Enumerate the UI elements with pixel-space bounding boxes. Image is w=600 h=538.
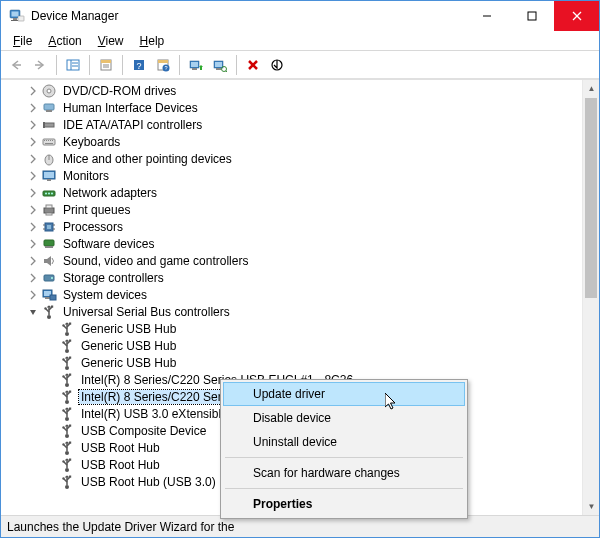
menu-action[interactable]: Action: [40, 32, 89, 50]
usb-icon: [59, 338, 75, 354]
tree-node-label: IDE ATA/ATAPI controllers: [61, 118, 204, 132]
scrollbar-thumb[interactable]: [585, 98, 597, 298]
svg-rect-30: [216, 68, 221, 70]
svg-point-99: [65, 417, 69, 421]
menubar: File Action View Help: [1, 31, 599, 51]
svg-rect-27: [192, 68, 197, 70]
tree-node[interactable]: Monitors: [1, 167, 599, 184]
chevron-right-icon[interactable]: [27, 136, 39, 148]
svg-rect-86: [69, 339, 71, 341]
show-hide-console-tree-button[interactable]: [62, 54, 84, 76]
chevron-right-icon[interactable]: [27, 85, 39, 97]
svg-rect-26: [191, 62, 198, 67]
svg-line-32: [226, 70, 227, 71]
expander-placeholder: [45, 425, 57, 437]
svg-point-87: [65, 366, 69, 370]
svg-rect-102: [69, 407, 71, 409]
svg-point-37: [47, 89, 51, 93]
context-scan-hardware[interactable]: Scan for hardware changes: [223, 461, 465, 485]
chevron-right-icon[interactable]: [27, 153, 39, 165]
context-update-driver[interactable]: Update driver: [223, 382, 465, 406]
svg-point-109: [62, 443, 64, 445]
tree-node-label: Intel(R) 8 Series/C220 Serie: [79, 390, 233, 404]
menu-file[interactable]: File: [5, 32, 40, 50]
chevron-right-icon[interactable]: [27, 289, 39, 301]
tree-node[interactable]: Keyboards: [1, 133, 599, 150]
svg-rect-44: [46, 140, 47, 141]
vertical-scrollbar[interactable]: ▲ ▼: [582, 80, 599, 515]
svg-rect-59: [46, 205, 52, 208]
tree-node-label: Generic USB Hub: [79, 322, 178, 336]
tree-node-label: Human Interface Devices: [61, 101, 200, 115]
maximize-button[interactable]: [509, 1, 554, 31]
svg-rect-6: [528, 12, 536, 20]
tree-node[interactable]: IDE ATA/ATAPI controllers: [1, 116, 599, 133]
tree-node[interactable]: Processors: [1, 218, 599, 235]
tree-node[interactable]: Print queues: [1, 201, 599, 218]
chevron-down-icon[interactable]: [27, 306, 39, 318]
back-button[interactable]: [5, 54, 27, 76]
forward-button[interactable]: [29, 54, 51, 76]
tree-node-label: USB Root Hub: [79, 458, 162, 472]
tree-node[interactable]: Universal Serial Bus controllers: [1, 303, 599, 320]
svg-point-101: [62, 409, 64, 411]
update-driver-toolbar-button[interactable]: [185, 54, 207, 76]
toolbar: ? ?: [1, 51, 599, 79]
usb-icon: [59, 440, 75, 456]
svg-rect-48: [45, 143, 53, 144]
scroll-up-button[interactable]: ▲: [583, 80, 599, 97]
tree-node[interactable]: Generic USB Hub: [1, 354, 599, 371]
chevron-right-icon[interactable]: [27, 238, 39, 250]
chevron-right-icon[interactable]: [27, 221, 39, 233]
scroll-down-button[interactable]: ▼: [583, 498, 599, 515]
chevron-right-icon[interactable]: [27, 204, 39, 216]
help-button[interactable]: ?: [128, 54, 150, 76]
close-button[interactable]: [554, 1, 599, 31]
svg-rect-45: [48, 140, 49, 141]
expander-placeholder: [45, 357, 57, 369]
svg-point-56: [48, 192, 50, 194]
tree-node-label: DVD/CD-ROM drives: [61, 84, 178, 98]
svg-point-57: [51, 192, 53, 194]
svg-rect-110: [69, 441, 71, 443]
svg-rect-94: [69, 373, 71, 375]
chevron-right-icon[interactable]: [27, 255, 39, 267]
tree-node[interactable]: DVD/CD-ROM drives: [1, 82, 599, 99]
tree-node[interactable]: Network adapters: [1, 184, 599, 201]
svg-point-81: [62, 324, 64, 326]
tree-node[interactable]: Mice and other pointing devices: [1, 150, 599, 167]
disable-toolbar-button[interactable]: [266, 54, 288, 76]
minimize-button[interactable]: [464, 1, 509, 31]
tree-node-label: Mice and other pointing devices: [61, 152, 234, 166]
svg-point-83: [65, 349, 69, 353]
scan-hardware-button[interactable]: [209, 54, 231, 76]
tree-node[interactable]: Generic USB Hub: [1, 320, 599, 337]
context-disable-device[interactable]: Disable device: [223, 406, 465, 430]
properties-button[interactable]: [95, 54, 117, 76]
chevron-right-icon[interactable]: [27, 272, 39, 284]
context-properties[interactable]: Properties: [223, 492, 465, 516]
svg-text:?: ?: [164, 65, 167, 71]
tree-node-label: Network adapters: [61, 186, 159, 200]
svg-point-103: [65, 434, 69, 438]
action-help-button[interactable]: ?: [152, 54, 174, 76]
menu-help[interactable]: Help: [132, 32, 173, 50]
tree-node[interactable]: Software devices: [1, 235, 599, 252]
svg-point-70: [51, 277, 53, 279]
context-uninstall-device[interactable]: Uninstall device: [223, 430, 465, 454]
tree-node[interactable]: Sound, video and game controllers: [1, 252, 599, 269]
menu-view[interactable]: View: [90, 32, 132, 50]
svg-point-105: [62, 426, 64, 428]
chevron-right-icon[interactable]: [27, 170, 39, 182]
chevron-right-icon[interactable]: [27, 119, 39, 131]
tree-node[interactable]: Generic USB Hub: [1, 337, 599, 354]
expander-placeholder: [45, 374, 57, 386]
chevron-right-icon[interactable]: [27, 187, 39, 199]
svg-rect-73: [45, 297, 50, 299]
svg-rect-1: [12, 12, 19, 17]
tree-node[interactable]: System devices: [1, 286, 599, 303]
tree-node[interactable]: Human Interface Devices: [1, 99, 599, 116]
chevron-right-icon[interactable]: [27, 102, 39, 114]
uninstall-toolbar-button[interactable]: [242, 54, 264, 76]
tree-node[interactable]: Storage controllers: [1, 269, 599, 286]
